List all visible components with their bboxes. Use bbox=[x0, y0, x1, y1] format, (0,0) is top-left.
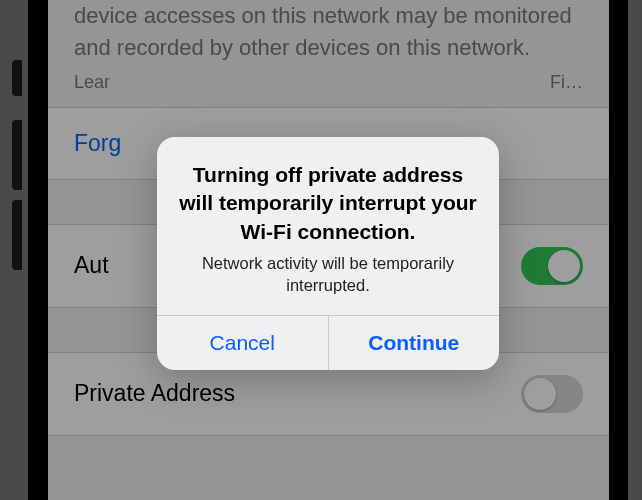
cancel-button[interactable]: Cancel bbox=[157, 316, 328, 370]
dialog-button-row: Cancel Continue bbox=[157, 315, 499, 370]
volume-up-button bbox=[12, 120, 22, 190]
learn-more-row: Lear Fi… bbox=[48, 68, 609, 107]
dialog-message: Network activity will be temporarily int… bbox=[179, 252, 477, 297]
dialog-title: Turning off private address will tempora… bbox=[179, 161, 477, 246]
continue-button[interactable]: Continue bbox=[328, 316, 500, 370]
learn-more-left: Lear bbox=[74, 72, 110, 93]
confirm-dialog: Turning off private address will tempora… bbox=[157, 137, 499, 370]
network-warning-text: The names of websites and other servers … bbox=[48, 0, 609, 68]
volume-switch bbox=[12, 60, 22, 96]
volume-down-button bbox=[12, 200, 22, 270]
auto-join-label: Aut bbox=[74, 252, 109, 279]
forget-network-label: Forg bbox=[74, 130, 121, 157]
auto-join-toggle[interactable] bbox=[521, 247, 583, 285]
private-address-toggle[interactable] bbox=[521, 375, 583, 413]
private-address-label: Private Address bbox=[74, 380, 235, 407]
learn-more-right: Fi… bbox=[550, 72, 583, 93]
